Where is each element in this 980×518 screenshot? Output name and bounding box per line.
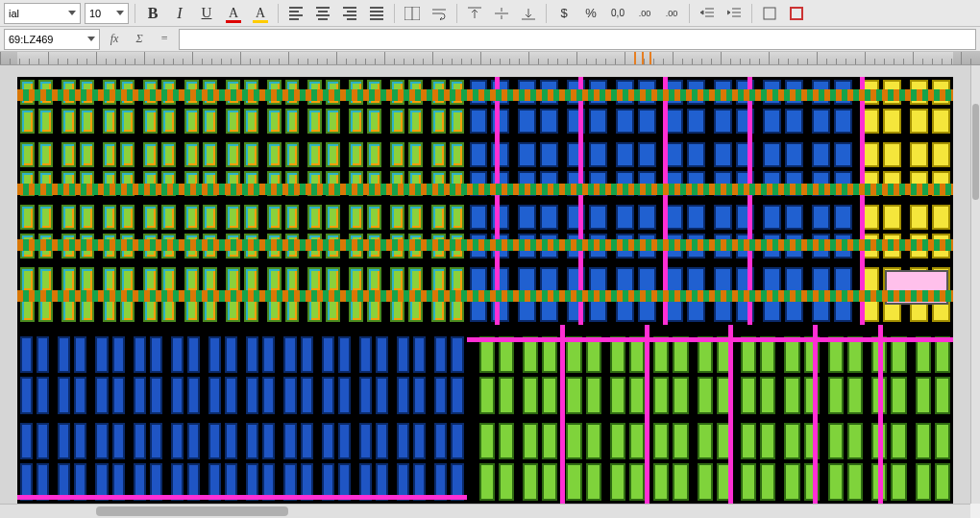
align-right-button[interactable]	[338, 2, 361, 25]
add-decimal-button[interactable]: .00	[633, 2, 656, 25]
quad-bottom-left	[17, 325, 467, 504]
font-color-swatch	[226, 20, 241, 23]
quad-top-right	[467, 77, 953, 325]
spreadsheet-canvas[interactable]	[0, 65, 970, 504]
chevron-down-icon	[68, 11, 76, 15]
svg-rect-5	[764, 8, 775, 19]
decrease-indent-button[interactable]	[696, 2, 719, 25]
font-color-glyph: A	[229, 6, 238, 21]
align-justify-icon	[370, 7, 383, 20]
separator	[278, 4, 279, 23]
formatting-toolbar: ial 10 B I U A A $ % 0,0 .00 .00	[0, 0, 980, 27]
ruler-right-margin	[953, 52, 980, 64]
border-style-button[interactable]	[785, 2, 808, 25]
increase-indent-button[interactable]	[723, 2, 746, 25]
align-center-button[interactable]	[311, 2, 334, 25]
valign-top-icon	[468, 7, 481, 20]
font-size-combo[interactable]: 10	[85, 3, 129, 24]
highlight-button[interactable]: A	[249, 2, 272, 25]
valign-bot-icon	[522, 7, 535, 20]
font-color-button[interactable]: A	[222, 2, 245, 25]
font-name-combo[interactable]: ial	[4, 3, 81, 24]
svg-rect-6	[791, 8, 802, 19]
wrap-icon	[431, 7, 447, 20]
separator	[751, 4, 752, 23]
valign-top-button[interactable]	[463, 2, 486, 25]
separator	[689, 4, 690, 23]
align-left-icon	[289, 7, 303, 20]
horizontal-ruler[interactable]	[0, 52, 980, 65]
merge-icon	[404, 7, 420, 20]
formula-equals-button[interactable]: =	[154, 29, 175, 50]
cell-artwork	[17, 77, 953, 504]
currency-button[interactable]: $	[552, 2, 576, 25]
italic-button[interactable]: I	[168, 2, 191, 25]
percent-button[interactable]: %	[579, 2, 602, 25]
font-name-value: ial	[9, 8, 19, 19]
border-style-icon	[790, 7, 803, 20]
ruler-left-margin	[0, 52, 17, 64]
quad-bottom-right	[467, 325, 953, 504]
valign-bottom-button[interactable]	[517, 2, 540, 25]
horizontal-scrollbar[interactable]	[0, 504, 970, 518]
align-center-icon	[316, 7, 330, 20]
indent-icon	[727, 7, 741, 20]
separator	[135, 4, 135, 23]
wrap-text-button[interactable]	[428, 2, 451, 25]
align-justify-button[interactable]	[365, 2, 388, 25]
formula-input[interactable]	[179, 29, 976, 50]
formula-bar: 69:LZ469 fx Σ =	[0, 27, 980, 52]
name-box[interactable]: 69:LZ469	[4, 29, 100, 50]
name-box-value: 69:LZ469	[9, 34, 53, 45]
scrollbar-thumb[interactable]	[972, 104, 979, 200]
highlight-swatch	[253, 20, 268, 23]
number-format-button[interactable]: 0,0	[606, 2, 629, 25]
align-right-icon	[343, 7, 356, 20]
separator	[546, 4, 547, 23]
sum-button[interactable]: Σ	[129, 29, 150, 50]
chevron-down-icon	[116, 11, 124, 15]
separator	[456, 4, 457, 23]
bold-button[interactable]: B	[141, 2, 164, 25]
scrollbar-thumb[interactable]	[96, 506, 288, 516]
highlight-glyph: A	[256, 6, 265, 21]
outdent-icon	[700, 7, 714, 20]
quad-top-left	[17, 77, 467, 325]
vertical-scrollbar[interactable]	[970, 65, 980, 504]
valign-mid-icon	[495, 7, 508, 20]
underline-button[interactable]: U	[195, 2, 218, 25]
remove-decimal-button[interactable]: .00	[660, 2, 683, 25]
function-wizard-button[interactable]: fx	[104, 29, 125, 50]
merge-cells-button[interactable]	[401, 2, 424, 25]
font-size-value: 10	[89, 8, 101, 19]
borders-button[interactable]	[758, 2, 781, 25]
separator	[394, 4, 395, 23]
align-left-button[interactable]	[284, 2, 307, 25]
chevron-down-icon	[87, 37, 95, 41]
valign-middle-button[interactable]	[490, 2, 513, 25]
border-icon	[763, 7, 776, 20]
